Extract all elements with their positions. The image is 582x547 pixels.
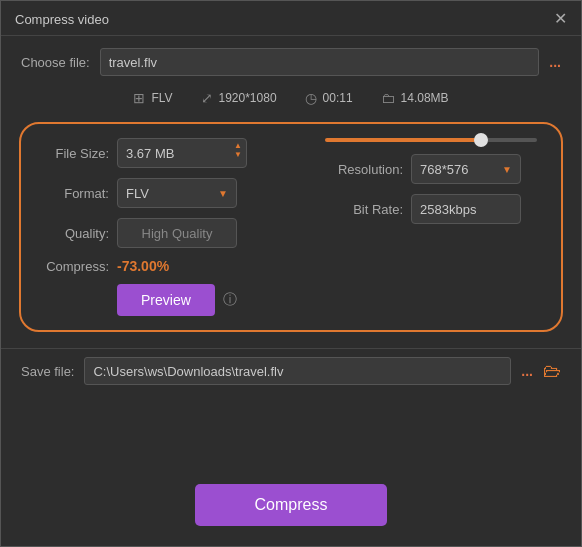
choose-file-input[interactable] <box>100 48 540 76</box>
folder-size-icon: 🗀 <box>381 90 395 106</box>
choose-file-label: Choose file: <box>21 55 90 70</box>
compress-percent-row: Compress: -73.00% <box>41 258 541 274</box>
file-duration-value: 00:11 <box>323 91 353 105</box>
resolution-dropdown[interactable]: 768*576 ▼ <box>411 154 521 184</box>
resolution-value: 768*576 <box>420 162 468 177</box>
save-file-label: Save file: <box>21 364 74 379</box>
file-resolution-info: ⤢ 1920*1080 <box>201 90 277 106</box>
bitrate-label: Bit Rate: <box>321 202 403 217</box>
format-value: FLV <box>126 186 149 201</box>
save-file-dots-button[interactable]: ... <box>521 363 533 379</box>
file-resolution-value: 1920*1080 <box>219 91 277 105</box>
resolution-row: Resolution: 768*576 ▼ <box>321 154 541 184</box>
title-bar: Compress video ✕ <box>1 1 581 36</box>
file-size-label: File Size: <box>41 146 109 161</box>
spinner-up-icon[interactable]: ▲ <box>234 142 242 150</box>
resize-icon: ⤢ <box>201 90 213 106</box>
preview-button[interactable]: Preview <box>117 284 215 316</box>
settings-top-row: File Size: 3.67 MB ▲ ▼ Format: FLV ▼ <box>41 138 541 248</box>
format-label: Format: <box>41 186 109 201</box>
file-format-info: ⊞ FLV <box>133 90 172 106</box>
file-duration-info: ◷ 00:11 <box>305 90 353 106</box>
preview-row: Preview ⓘ <box>41 284 541 316</box>
save-file-folder-icon[interactable]: 🗁 <box>543 361 561 382</box>
size-slider-container <box>321 138 541 142</box>
save-file-row: Save file: ... 🗁 <box>1 348 581 393</box>
compress-button[interactable]: Compress <box>195 484 388 526</box>
format-row: Format: FLV ▼ <box>41 178 301 208</box>
save-file-input[interactable] <box>84 357 511 385</box>
bitrate-value: 2583kbps <box>420 202 476 217</box>
file-format-value: FLV <box>151 91 172 105</box>
file-info-row: ⊞ FLV ⤢ 1920*1080 ◷ 00:11 🗀 14.08MB <box>1 84 581 116</box>
dialog-title: Compress video <box>15 12 109 27</box>
format-dropdown[interactable]: FLV ▼ <box>117 178 237 208</box>
file-size-info: 🗀 14.08MB <box>381 90 449 106</box>
resolution-label: Resolution: <box>321 162 403 177</box>
close-button[interactable]: ✕ <box>554 11 567 27</box>
bitrate-field: 2583kbps <box>411 194 521 224</box>
file-size-value: 14.08MB <box>401 91 449 105</box>
file-size-row: File Size: 3.67 MB ▲ ▼ <box>41 138 301 168</box>
spinner-down-icon[interactable]: ▼ <box>234 151 242 159</box>
choose-file-dots-button[interactable]: ... <box>549 54 561 70</box>
size-slider[interactable] <box>325 138 537 142</box>
choose-file-row: Choose file: ... <box>1 36 581 84</box>
settings-right-col: Resolution: 768*576 ▼ Bit Rate: 2583kbps <box>301 138 541 248</box>
compress-video-dialog: Compress video ✕ Choose file: ... ⊞ FLV … <box>0 0 582 547</box>
film-icon: ⊞ <box>133 90 145 106</box>
compress-percent-value: -73.00% <box>117 258 169 274</box>
clock-icon: ◷ <box>305 90 317 106</box>
file-size-spinner[interactable]: ▲ ▼ <box>234 142 242 159</box>
bitrate-row: Bit Rate: 2583kbps <box>321 194 541 224</box>
settings-left-col: File Size: 3.67 MB ▲ ▼ Format: FLV ▼ <box>41 138 301 248</box>
quality-value: High Quality <box>142 226 213 241</box>
resolution-dropdown-arrow: ▼ <box>502 164 512 175</box>
format-dropdown-arrow: ▼ <box>218 188 228 199</box>
quality-field: High Quality <box>117 218 237 248</box>
info-icon[interactable]: ⓘ <box>223 291 237 309</box>
compress-button-row: Compress <box>1 468 581 546</box>
file-size-field[interactable]: 3.67 MB ▲ ▼ <box>117 138 247 168</box>
quality-label: Quality: <box>41 226 109 241</box>
quality-row: Quality: High Quality <box>41 218 301 248</box>
compress-label: Compress: <box>41 259 109 274</box>
file-size-field-value: 3.67 MB <box>126 146 174 161</box>
settings-box: File Size: 3.67 MB ▲ ▼ Format: FLV ▼ <box>19 122 563 332</box>
